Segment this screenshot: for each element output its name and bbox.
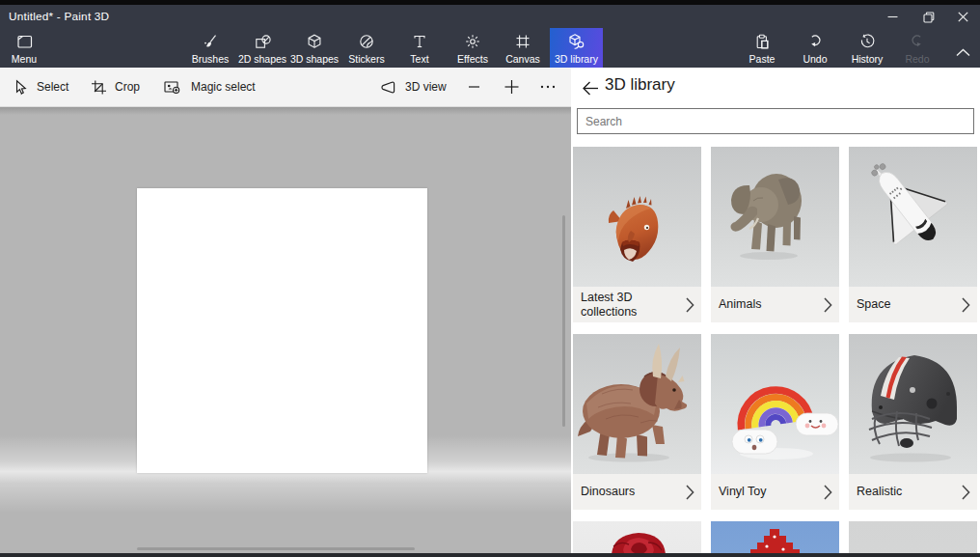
tab-2d-shapes[interactable]: 2D shapes <box>236 28 288 68</box>
card-row3-3[interactable] <box>849 521 977 557</box>
3d-library-icon <box>567 32 586 51</box>
tab-canvas-label: Canvas <box>505 52 540 66</box>
zoom-in-button[interactable] <box>504 68 519 106</box>
effects-icon <box>464 32 481 51</box>
tab-brushes[interactable]: Brushes <box>184 28 236 68</box>
menu-button[interactable]: Menu <box>3 28 45 68</box>
restore-button[interactable] <box>912 5 945 29</box>
more-options-button[interactable] <box>540 68 556 106</box>
card-animals[interactable]: Animals <box>711 147 839 322</box>
card-realistic[interactable]: Realistic <box>849 334 977 510</box>
model-image-placeholder <box>849 521 977 557</box>
chevron-right-icon <box>824 485 832 500</box>
magic-select-icon <box>164 80 180 95</box>
crop-label: Crop <box>115 80 140 94</box>
tool-options-bar: Select Crop Magic select <box>0 68 571 107</box>
close-icon <box>958 12 968 22</box>
select-tool[interactable]: Select <box>12 68 68 106</box>
3d-library-panel: 3D library <box>571 68 980 557</box>
zoom-in-icon <box>504 79 519 95</box>
card-row3-2[interactable] <box>711 521 839 557</box>
tab-3d-shapes[interactable]: 3D shapes <box>288 28 340 68</box>
history-icon <box>858 32 876 51</box>
redo-button[interactable]: Redo <box>891 28 943 68</box>
card-label-bar: Vinyl Toy <box>711 474 839 510</box>
history-label: History <box>852 52 884 66</box>
tab-text[interactable]: Text <box>394 28 446 68</box>
crop-icon <box>91 79 107 96</box>
chevron-right-icon <box>962 485 970 500</box>
card-dinosaurs[interactable]: Dinosaurs <box>573 334 701 510</box>
close-button[interactable] <box>946 5 979 29</box>
collapse-ribbon-button[interactable] <box>950 42 975 63</box>
select-cursor-icon <box>12 79 28 96</box>
redo-label: Redo <box>905 52 929 66</box>
canvas-workspace[interactable] <box>0 107 571 557</box>
tab-3d-shapes-label: 3D shapes <box>290 52 339 66</box>
vertical-scrollbar[interactable] <box>562 215 565 427</box>
horizontal-scrollbar[interactable] <box>137 547 415 550</box>
chevron-up-icon <box>956 48 970 57</box>
card-space[interactable]: Space <box>849 147 977 322</box>
3d-view-label: 3D view <box>405 80 447 94</box>
elephant-model-image <box>711 147 839 287</box>
card-latest-3d-collections[interactable]: Latest 3D collections <box>573 147 701 322</box>
card-row3-1[interactable] <box>573 521 701 557</box>
tab-effects-label: Effects <box>457 52 488 66</box>
minimize-button[interactable] <box>876 5 909 29</box>
chevron-right-icon <box>686 485 694 500</box>
tab-stickers[interactable]: Stickers <box>340 28 393 68</box>
app-header: Untitled* - Paint 3D <box>0 5 980 68</box>
titlebar: Untitled* - Paint 3D <box>0 5 980 29</box>
tab-2d-shapes-label: 2D shapes <box>238 52 286 66</box>
card-label-bar: Dinosaurs <box>573 474 701 510</box>
brush-icon <box>202 32 219 51</box>
back-button[interactable] <box>577 74 604 101</box>
undo-label: Undo <box>803 52 827 66</box>
tab-effects[interactable]: Effects <box>447 28 499 68</box>
search-input[interactable] <box>578 109 973 133</box>
chevron-right-icon <box>962 297 970 313</box>
history-button[interactable]: History <box>841 28 893 68</box>
card-label-bar: Space <box>849 287 977 322</box>
anglerfish-model-image <box>573 147 701 287</box>
canvas-icon <box>514 32 531 51</box>
card-title: Latest 3D collections <box>581 291 678 320</box>
menu-icon <box>15 32 34 51</box>
select-label: Select <box>37 80 68 94</box>
paste-button[interactable]: Paste <box>736 28 788 68</box>
chevron-right-icon <box>686 297 694 313</box>
main-toolbar: Menu Brushes <box>0 28 980 68</box>
undo-button[interactable]: Undo <box>789 28 841 68</box>
card-title: Space <box>857 297 954 312</box>
tab-brushes-label: Brushes <box>192 52 230 66</box>
3d-view-icon <box>381 81 395 94</box>
menu-label: Menu <box>12 52 37 66</box>
window-bottom-border <box>0 553 980 557</box>
card-label-bar: Animals <box>711 287 839 322</box>
panel-header: 3D library <box>571 68 980 108</box>
drawing-canvas[interactable] <box>137 188 427 473</box>
crop-tool[interactable]: Crop <box>91 68 140 106</box>
zoom-out-button[interactable] <box>468 68 480 106</box>
more-options-icon <box>540 84 556 90</box>
tab-stickers-label: Stickers <box>348 52 384 66</box>
card-label-bar: Latest 3D collections <box>573 287 701 322</box>
football-helmet-model-image <box>849 334 977 474</box>
rainbow-toy-model-image <box>711 334 839 474</box>
tab-3d-library[interactable]: 3D library <box>550 28 603 68</box>
space-shuttle-model-image <box>849 147 977 287</box>
3d-view-toggle[interactable]: 3D view <box>381 68 447 106</box>
undo-icon <box>806 32 824 51</box>
magic-select-tool[interactable]: Magic select <box>164 68 256 106</box>
tab-canvas[interactable]: Canvas <box>497 28 549 68</box>
paste-icon <box>753 32 771 51</box>
minimize-icon <box>887 12 898 22</box>
search-box <box>577 108 974 134</box>
zoom-out-icon <box>468 80 480 94</box>
red-tree-model-image <box>711 521 839 557</box>
paint3d-window: Untitled* - Paint 3D <box>0 0 980 557</box>
panel-title: 3D library <box>605 75 675 95</box>
card-vinyl-toy[interactable]: Vinyl Toy <box>711 334 839 510</box>
tab-3d-library-label: 3D library <box>555 52 598 66</box>
